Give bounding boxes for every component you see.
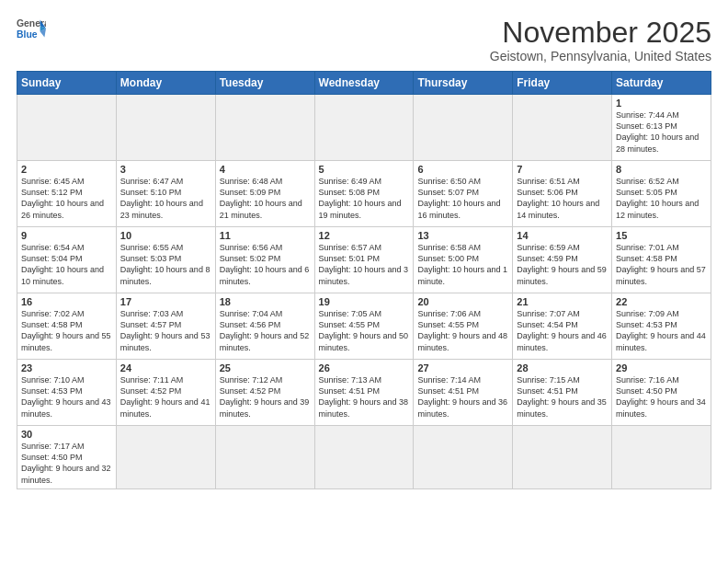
calendar-body: 1Sunrise: 7:44 AM Sunset: 6:13 PM Daylig… <box>17 95 711 489</box>
day-info: Sunrise: 6:50 AM Sunset: 5:07 PM Dayligh… <box>417 176 508 221</box>
day-info: Sunrise: 7:14 AM Sunset: 4:51 PM Dayligh… <box>417 374 508 419</box>
day-info: Sunrise: 6:51 AM Sunset: 5:06 PM Dayligh… <box>517 176 608 221</box>
calendar-cell: 22Sunrise: 7:09 AM Sunset: 4:53 PM Dayli… <box>612 293 711 360</box>
day-number: 22 <box>616 296 707 307</box>
day-info: Sunrise: 6:58 AM Sunset: 5:00 PM Dayligh… <box>417 242 508 287</box>
day-number: 19 <box>319 296 410 307</box>
day-number: 10 <box>120 230 211 241</box>
weekday-friday: Friday <box>513 72 612 95</box>
calendar-cell: 2Sunrise: 6:45 AM Sunset: 5:12 PM Daylig… <box>17 161 117 227</box>
calendar-cell: 4Sunrise: 6:48 AM Sunset: 5:09 PM Daylig… <box>215 161 314 227</box>
calendar-cell: 12Sunrise: 6:57 AM Sunset: 5:01 PM Dayli… <box>314 227 414 293</box>
calendar-cell: 5Sunrise: 6:49 AM Sunset: 5:08 PM Daylig… <box>314 161 414 227</box>
calendar-cell: 18Sunrise: 7:04 AM Sunset: 4:56 PM Dayli… <box>215 293 314 360</box>
day-info: Sunrise: 7:10 AM Sunset: 4:53 PM Dayligh… <box>21 374 112 419</box>
week-row-4: 23Sunrise: 7:10 AM Sunset: 4:53 PM Dayli… <box>17 360 711 426</box>
weekday-monday: Monday <box>116 72 215 95</box>
day-number: 26 <box>319 362 410 373</box>
day-number: 3 <box>120 164 211 175</box>
calendar-cell <box>215 95 314 161</box>
calendar-cell <box>414 426 513 489</box>
calendar-cell: 3Sunrise: 6:47 AM Sunset: 5:10 PM Daylig… <box>116 161 215 227</box>
day-info: Sunrise: 7:06 AM Sunset: 4:55 PM Dayligh… <box>417 308 508 353</box>
calendar-cell <box>116 426 215 489</box>
calendar: SundayMondayTuesdayWednesdayThursdayFrid… <box>17 71 711 489</box>
calendar-cell: 27Sunrise: 7:14 AM Sunset: 4:51 PM Dayli… <box>414 360 513 426</box>
day-number: 30 <box>21 429 112 440</box>
weekday-header-row: SundayMondayTuesdayWednesdayThursdayFrid… <box>17 72 711 95</box>
day-number: 12 <box>319 230 410 241</box>
day-info: Sunrise: 7:04 AM Sunset: 4:56 PM Dayligh… <box>220 308 311 353</box>
day-number: 24 <box>120 362 211 373</box>
calendar-cell: 8Sunrise: 6:52 AM Sunset: 5:05 PM Daylig… <box>612 161 711 227</box>
day-number: 21 <box>517 296 608 307</box>
title-block: November 2025 Geistown, Pennsylvania, Un… <box>490 17 711 63</box>
day-info: Sunrise: 6:48 AM Sunset: 5:09 PM Dayligh… <box>220 176 311 221</box>
calendar-cell <box>17 95 117 161</box>
calendar-cell: 30Sunrise: 7:17 AM Sunset: 4:50 PM Dayli… <box>17 426 117 489</box>
logo: General Blue <box>17 17 46 40</box>
day-number: 15 <box>616 230 707 241</box>
day-info: Sunrise: 7:12 AM Sunset: 4:52 PM Dayligh… <box>220 374 311 419</box>
calendar-cell: 9Sunrise: 6:54 AM Sunset: 5:04 PM Daylig… <box>17 227 117 293</box>
calendar-cell <box>612 426 711 489</box>
day-number: 2 <box>21 164 112 175</box>
week-row-5: 30Sunrise: 7:17 AM Sunset: 4:50 PM Dayli… <box>17 426 711 489</box>
day-number: 27 <box>417 362 508 373</box>
calendar-cell: 11Sunrise: 6:56 AM Sunset: 5:02 PM Dayli… <box>215 227 314 293</box>
calendar-cell: 15Sunrise: 7:01 AM Sunset: 4:58 PM Dayli… <box>612 227 711 293</box>
calendar-cell: 23Sunrise: 7:10 AM Sunset: 4:53 PM Dayli… <box>17 360 117 426</box>
calendar-cell <box>215 426 314 489</box>
day-number: 9 <box>21 230 112 241</box>
day-number: 29 <box>616 362 707 373</box>
calendar-cell: 29Sunrise: 7:16 AM Sunset: 4:50 PM Dayli… <box>612 360 711 426</box>
weekday-sunday: Sunday <box>17 72 117 95</box>
calendar-cell: 21Sunrise: 7:07 AM Sunset: 4:54 PM Dayli… <box>513 293 612 360</box>
day-info: Sunrise: 6:59 AM Sunset: 4:59 PM Dayligh… <box>517 242 608 287</box>
calendar-cell: 1Sunrise: 7:44 AM Sunset: 6:13 PM Daylig… <box>612 95 711 161</box>
day-number: 14 <box>517 230 608 241</box>
calendar-cell <box>314 426 414 489</box>
calendar-cell: 17Sunrise: 7:03 AM Sunset: 4:57 PM Dayli… <box>116 293 215 360</box>
main-title: November 2025 <box>490 17 711 49</box>
page: General Blue November 2025 Geistown, Pen… <box>0 0 728 563</box>
day-info: Sunrise: 7:11 AM Sunset: 4:52 PM Dayligh… <box>120 374 211 419</box>
calendar-cell <box>414 95 513 161</box>
calendar-cell <box>513 426 612 489</box>
week-row-2: 9Sunrise: 6:54 AM Sunset: 5:04 PM Daylig… <box>17 227 711 293</box>
weekday-wednesday: Wednesday <box>314 72 414 95</box>
day-number: 5 <box>319 164 410 175</box>
day-info: Sunrise: 7:16 AM Sunset: 4:50 PM Dayligh… <box>616 374 707 419</box>
day-number: 11 <box>220 230 311 241</box>
day-number: 8 <box>616 164 707 175</box>
day-info: Sunrise: 7:44 AM Sunset: 6:13 PM Dayligh… <box>616 109 707 155</box>
day-info: Sunrise: 6:49 AM Sunset: 5:08 PM Dayligh… <box>319 176 410 221</box>
calendar-cell: 26Sunrise: 7:13 AM Sunset: 4:51 PM Dayli… <box>314 360 414 426</box>
calendar-cell: 19Sunrise: 7:05 AM Sunset: 4:55 PM Dayli… <box>314 293 414 360</box>
day-info: Sunrise: 7:13 AM Sunset: 4:51 PM Dayligh… <box>319 374 410 419</box>
calendar-cell: 25Sunrise: 7:12 AM Sunset: 4:52 PM Dayli… <box>215 360 314 426</box>
logo-icon: General Blue <box>17 17 46 40</box>
day-number: 7 <box>517 164 608 175</box>
day-info: Sunrise: 7:15 AM Sunset: 4:51 PM Dayligh… <box>517 374 608 419</box>
calendar-cell: 6Sunrise: 6:50 AM Sunset: 5:07 PM Daylig… <box>414 161 513 227</box>
week-row-0: 1Sunrise: 7:44 AM Sunset: 6:13 PM Daylig… <box>17 95 711 161</box>
weekday-saturday: Saturday <box>612 72 711 95</box>
calendar-cell: 20Sunrise: 7:06 AM Sunset: 4:55 PM Dayli… <box>414 293 513 360</box>
day-info: Sunrise: 7:05 AM Sunset: 4:55 PM Dayligh… <box>319 308 410 353</box>
calendar-cell <box>513 95 612 161</box>
calendar-cell: 14Sunrise: 6:59 AM Sunset: 4:59 PM Dayli… <box>513 227 612 293</box>
calendar-cell: 13Sunrise: 6:58 AM Sunset: 5:00 PM Dayli… <box>414 227 513 293</box>
calendar-cell <box>314 95 414 161</box>
calendar-cell: 16Sunrise: 7:02 AM Sunset: 4:58 PM Dayli… <box>17 293 117 360</box>
week-row-1: 2Sunrise: 6:45 AM Sunset: 5:12 PM Daylig… <box>17 161 711 227</box>
day-info: Sunrise: 6:56 AM Sunset: 5:02 PM Dayligh… <box>220 242 311 287</box>
day-info: Sunrise: 6:45 AM Sunset: 5:12 PM Dayligh… <box>21 176 112 221</box>
day-info: Sunrise: 7:03 AM Sunset: 4:57 PM Dayligh… <box>120 308 211 353</box>
day-info: Sunrise: 6:57 AM Sunset: 5:01 PM Dayligh… <box>319 242 410 287</box>
day-number: 17 <box>120 296 211 307</box>
day-info: Sunrise: 7:01 AM Sunset: 4:58 PM Dayligh… <box>616 242 707 287</box>
calendar-cell: 7Sunrise: 6:51 AM Sunset: 5:06 PM Daylig… <box>513 161 612 227</box>
day-number: 23 <box>21 362 112 373</box>
day-info: Sunrise: 6:55 AM Sunset: 5:03 PM Dayligh… <box>120 242 211 287</box>
